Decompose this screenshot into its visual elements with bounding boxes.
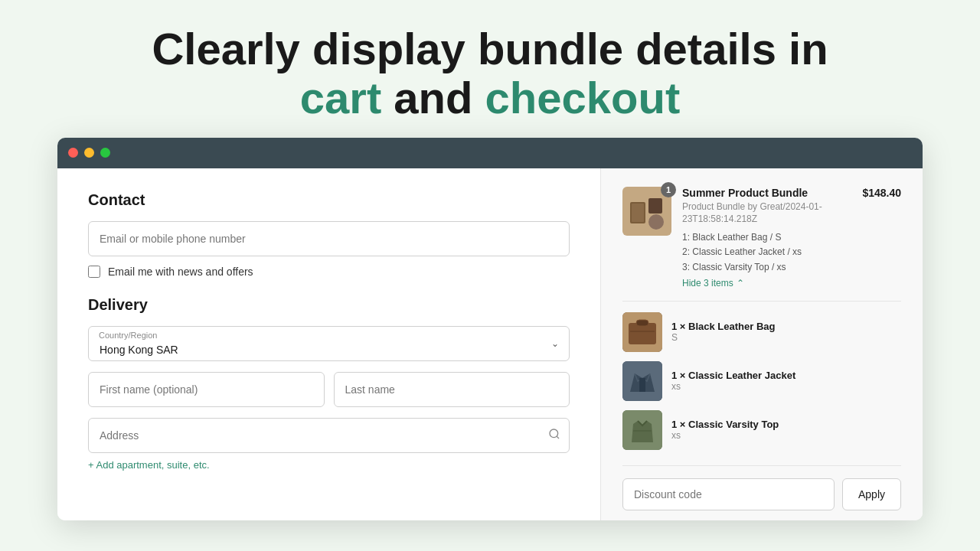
bundle-info: Summer Product Bundle Product Bundle by … [682, 187, 851, 289]
item-badge: 1 [661, 182, 676, 197]
headline-and: and [394, 73, 485, 122]
svg-rect-13 [633, 430, 652, 432]
newsletter-label: Email me with news and offers [108, 266, 253, 278]
search-icon [548, 428, 560, 443]
apply-discount-button[interactable]: Apply [842, 478, 901, 510]
sub-item-1-product: Black Leather Bag [688, 321, 775, 332]
headline-line2: cart and checkout [31, 73, 949, 122]
discount-section: Apply [622, 465, 901, 510]
hide-items-link[interactable]: Hide 3 items ⌃ [682, 278, 851, 289]
bundle-item-1: 1: Black Leather Bag / S [682, 230, 851, 245]
browser-content: Contact Email me with news and offers De… [57, 168, 923, 520]
last-name-field[interactable] [334, 372, 570, 407]
svg-rect-5 [632, 204, 644, 222]
sub-item-1-name: 1 × Black Leather Bag [671, 321, 901, 332]
sub-item-3-info: 1 × Classic Varsity Top xs [671, 419, 901, 441]
bundle-image-wrapper: 1 [622, 187, 671, 236]
sub-item-1-info: 1 × Black Leather Bag S [671, 321, 901, 343]
sub-item-1-qty: 1 × [671, 321, 688, 332]
contact-title: Contact [88, 191, 570, 209]
sub-item-3-name: 1 × Classic Varsity Top [671, 419, 901, 430]
newsletter-checkbox-row: Email me with news and offers [88, 266, 570, 278]
hide-items-label: Hide 3 items [682, 278, 733, 289]
bundle-item-3: 3: Classic Varsity Top / xs [682, 260, 851, 275]
sub-item-3-variant: xs [671, 430, 901, 441]
sub-item-3: 1 × Classic Varsity Top xs [622, 410, 901, 450]
window-minimize-button[interactable] [84, 148, 94, 158]
sub-item-2-qty: 1 × [671, 370, 688, 381]
sub-item-1-image [622, 312, 662, 352]
window-maximize-button[interactable] [100, 148, 110, 158]
svg-rect-3 [648, 198, 662, 214]
window-close-button[interactable] [68, 148, 78, 158]
headline-line1: Clearly display bundle details in [31, 24, 949, 73]
svg-rect-9 [630, 331, 655, 332]
bundle-subtitle: Product Bundle by Great/2024-01-23T18:58… [682, 201, 851, 227]
sub-item-2-info: 1 × Classic Leather Jacket xs [671, 370, 901, 392]
email-field[interactable] [88, 221, 570, 256]
browser-window: Contact Email me with news and offers De… [57, 138, 923, 520]
svg-point-0 [550, 429, 558, 438]
discount-code-input[interactable] [622, 478, 835, 510]
sub-item-2-product: Classic Leather Jacket [688, 370, 795, 381]
newsletter-checkbox[interactable] [88, 266, 100, 278]
bundle-item-main: 1 Summer Product Bundle Product Bundle b… [622, 187, 901, 302]
country-select[interactable]: Hong Kong SAR [88, 326, 570, 361]
sub-item-2-variant: xs [671, 381, 901, 392]
headline-cart: cart [300, 73, 381, 122]
sub-item-3-product: Classic Varsity Top [688, 419, 779, 430]
sub-item-2-name: 1 × Classic Leather Jacket [671, 370, 901, 381]
checkout-form: Contact Email me with news and offers De… [57, 168, 601, 520]
delivery-title: Delivery [88, 296, 570, 314]
svg-point-4 [648, 214, 664, 230]
sub-item-3-qty: 1 × [671, 419, 688, 430]
order-summary: 1 Summer Product Bundle Product Bundle b… [601, 168, 923, 520]
country-label: Country/Region [99, 331, 157, 340]
headline-section: Clearly display bundle details in cart a… [0, 0, 980, 138]
bundle-item-2: 2: Classic Leather Jacket / xs [682, 245, 851, 259]
add-apartment-link[interactable]: + Add apartment, suite, etc. [88, 459, 210, 471]
chevron-up-icon: ⌃ [737, 278, 744, 289]
sub-items-list: 1 × Black Leather Bag S [622, 312, 901, 450]
svg-rect-8 [636, 320, 648, 326]
first-name-field[interactable] [88, 372, 325, 407]
sub-item-1: 1 × Black Leather Bag S [622, 312, 901, 352]
delivery-section: Delivery Country/Region Hong Kong SAR ⌄ [88, 296, 570, 471]
browser-titlebar [57, 138, 923, 168]
svg-rect-11 [639, 378, 645, 392]
country-select-wrapper: Country/Region Hong Kong SAR ⌄ [88, 326, 570, 361]
bundle-items-list: 1: Black Leather Bag / S 2: Classic Leat… [682, 230, 851, 275]
bundle-name: Summer Product Bundle [682, 187, 851, 199]
address-field[interactable] [88, 418, 570, 453]
headline-checkout: checkout [485, 73, 681, 122]
sub-item-1-variant: S [671, 332, 901, 343]
bundle-price: $148.40 [862, 187, 901, 199]
sub-item-2: 1 × Classic Leather Jacket xs [622, 361, 901, 401]
name-row [88, 372, 570, 407]
address-wrapper [88, 418, 570, 453]
sub-item-2-image [622, 361, 662, 401]
sub-item-3-image [622, 410, 662, 450]
